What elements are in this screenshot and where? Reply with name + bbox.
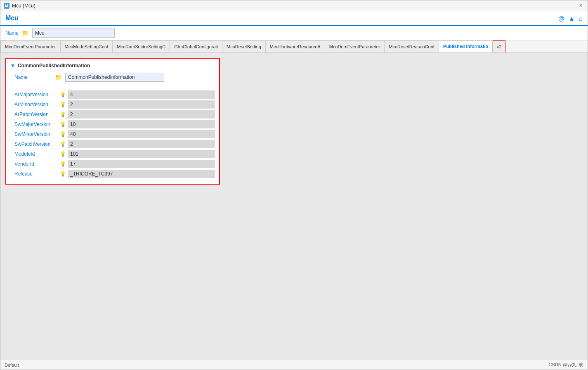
prop-value[interactable] — [68, 140, 215, 148]
property-row: SwMajorVersion💡 — [10, 120, 215, 128]
home-icon[interactable]: ⌂ — [579, 15, 583, 22]
bulb-icon: 💡 — [60, 92, 66, 97]
prop-value[interactable] — [68, 160, 215, 168]
name-label: Name — [5, 30, 19, 36]
prop-value[interactable] — [68, 90, 215, 99]
prop-value[interactable] — [68, 120, 215, 128]
bulb-icon: 💡 — [60, 131, 66, 137]
at-icon[interactable]: @ — [558, 15, 564, 22]
property-row: ArMajorVersion💡 — [10, 90, 215, 99]
tab-mcuhardwareresourcea[interactable]: McuHardwareResourceA — [266, 40, 325, 53]
property-row: VendorId💡 — [10, 160, 215, 168]
app-title: Mcu — [5, 14, 19, 22]
prop-label: ModuleId — [10, 151, 60, 157]
tab-mcuresetreasonconf[interactable]: McuResetReasonConf — [385, 40, 439, 53]
divider — [10, 87, 215, 87]
prop-value[interactable] — [68, 110, 215, 119]
prop-label: SwMinorVersion — [10, 131, 60, 137]
prop-label: SwPatchVersion — [10, 141, 60, 147]
property-row: SwPatchVersion💡 — [10, 140, 215, 148]
bulb-icon: 💡 — [60, 151, 66, 157]
main-content: ▼ CommonPublishedInformation Name 📁 ArMa… — [0, 53, 588, 360]
tab-gtmglobalconfigurati[interactable]: GtmGlobalConfigurati — [170, 40, 222, 53]
prop-label: SwMajorVersion — [10, 121, 60, 127]
collapse-icon[interactable]: ▼ — [10, 63, 15, 69]
prop-label: ArMajorVersion — [10, 92, 60, 97]
title-bar: M Mcu (Mcu) ✕ — [0, 0, 588, 11]
panel-header: ▼ CommonPublishedInformation — [10, 63, 215, 69]
bulb-icon: 💡 — [60, 121, 66, 127]
header-icons: @ ▲ ⌂ — [558, 15, 583, 22]
property-row: ModuleId💡 — [10, 150, 215, 158]
prop-label: ArPatchVersion — [10, 111, 60, 117]
published-panel: ▼ CommonPublishedInformation Name 📁 ArMa… — [5, 58, 220, 185]
panel-title: CommonPublishedInformation — [18, 63, 90, 69]
prop-value[interactable] — [68, 100, 215, 109]
close-button[interactable]: ✕ — [577, 2, 584, 9]
tab-mcudemeventparameter[interactable]: McuDemEventParameter — [0, 40, 61, 53]
tab-mcumodesettingconf[interactable]: McuModeSettingConf — [61, 40, 113, 53]
prop-label: ArMinorVersion — [10, 102, 60, 107]
bulb-icon: 💡 — [60, 102, 66, 107]
panel-folder-icon: 📁 — [55, 74, 62, 81]
prop-label: VendorId — [10, 161, 60, 167]
property-row: ArMinorVersion💡 — [10, 100, 215, 109]
name-row: Name 📁 — [0, 26, 588, 40]
app-header: Mcu @ ▲ ⌂ — [0, 11, 588, 26]
property-row: SwMinorVersion💡 — [10, 130, 215, 138]
bulb-icon: 💡 — [60, 161, 66, 167]
title-bar-text: Mcu (Mcu) — [12, 3, 575, 9]
tab-bar: McuDemEventParameter McuModeSettingConf … — [0, 40, 588, 53]
tab-published-informatio[interactable]: Published Informatio — [439, 40, 493, 53]
property-row: ArPatchVersion💡 — [10, 110, 215, 119]
prop-value[interactable] — [68, 150, 215, 158]
panel-name-label: Name — [14, 74, 52, 80]
bulb-icon: 💡 — [60, 141, 66, 147]
folder-icon: 📁 — [22, 30, 29, 36]
prop-label: Release — [10, 171, 60, 177]
panel-name-input[interactable] — [65, 73, 164, 82]
panel-name-row: Name 📁 — [10, 73, 215, 82]
tab-mcudemeventparameter2[interactable]: McuDemEventParameter — [325, 40, 385, 53]
bulb-icon: 💡 — [60, 171, 66, 177]
status-right: CSDN @yy九_欢 — [548, 362, 583, 368]
tab-overflow[interactable]: »2 — [493, 40, 505, 53]
status-bar: Default CSDN @yy九_欢 — [0, 360, 588, 370]
status-left: Default — [5, 363, 19, 368]
up-icon[interactable]: ▲ — [569, 15, 575, 22]
prop-value[interactable] — [68, 170, 215, 178]
properties-container: ArMajorVersion💡ArMinorVersion💡ArPatchVer… — [10, 90, 215, 178]
tab-mcuresetsetting[interactable]: McuResetSetting — [222, 40, 266, 53]
window-icon: M — [4, 3, 9, 9]
property-row: Release💡 — [10, 170, 215, 178]
name-input[interactable] — [32, 28, 115, 38]
prop-value[interactable] — [68, 130, 215, 138]
tab-mcuramsectorsettingc[interactable]: McuRamSectorSettingC — [113, 40, 170, 53]
bulb-icon: 💡 — [60, 111, 66, 117]
